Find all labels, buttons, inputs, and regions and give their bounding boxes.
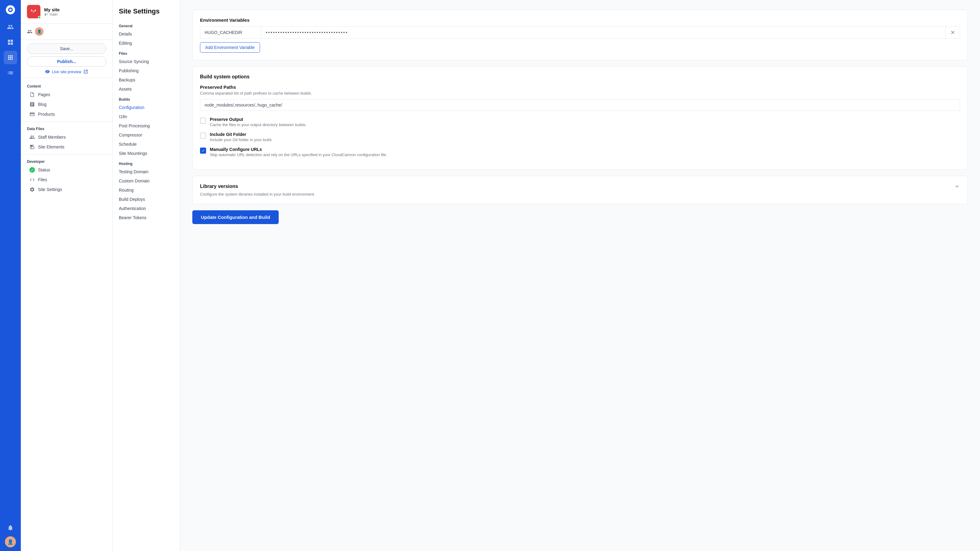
library-versions-header: Library versions xyxy=(200,183,960,189)
preserved-paths-desc: Comma separated list of path prefixes to… xyxy=(200,91,960,95)
env-var-delete-button[interactable] xyxy=(945,27,960,38)
sidebar: My site main 👤 Save... Publish... Live s… xyxy=(21,0,113,551)
nav-icon-grid[interactable] xyxy=(4,51,17,64)
team-member-avatar: 👤 xyxy=(35,27,43,36)
sidebar-item-status[interactable]: Status xyxy=(21,165,112,175)
include-git-checkbox[interactable] xyxy=(200,133,206,139)
settings-nav-backups[interactable]: Backups xyxy=(113,75,180,84)
sidebar-nav: Content Pages Blog Products Data Files S… xyxy=(21,78,112,551)
manual-urls-row: Manually Configure URLs Skip automatic U… xyxy=(200,147,960,157)
settings-section-hosting: Hosting xyxy=(113,158,180,167)
settings-nav-publishing[interactable]: Publishing xyxy=(113,66,180,75)
preserve-output-text: Preserve Output Cache the files in your … xyxy=(210,117,307,127)
icon-bar: 👤 xyxy=(0,0,21,551)
sidebar-item-products[interactable]: Products xyxy=(21,109,112,119)
live-preview-link[interactable]: Live site preview xyxy=(27,69,106,74)
sidebar-item-site-settings[interactable]: Site Settings xyxy=(21,184,112,194)
settings-nav-bearer-tokens[interactable]: Bearer Tokens xyxy=(113,213,180,222)
settings-nav-compressor[interactable]: Compressor xyxy=(113,130,180,140)
build-system-options-card: Build system options Preserved Paths Com… xyxy=(192,67,968,170)
library-versions-title: Library versions xyxy=(200,184,238,189)
env-vars-card: Environment Variables HUGO_CACHEDIR ••••… xyxy=(192,10,968,60)
nav-section-data: Data Files xyxy=(21,124,112,132)
nav-section-developer: Developer xyxy=(21,157,112,165)
build-system-title: Build system options xyxy=(200,74,960,79)
add-env-var-button[interactable]: Add Environment Variable xyxy=(200,42,260,52)
settings-nav-routing[interactable]: Routing xyxy=(113,186,180,195)
main-content: Environment Variables HUGO_CACHEDIR ••••… xyxy=(180,0,980,551)
preserved-paths-input[interactable] xyxy=(200,99,960,111)
settings-title: Site Settings xyxy=(113,7,180,20)
settings-section-general: General xyxy=(113,20,180,29)
sidebar-item-blog[interactable]: Blog xyxy=(21,100,112,109)
preserved-paths-label: Preserved Paths xyxy=(200,84,960,90)
env-vars-label: Environment Variables xyxy=(200,17,960,23)
preserve-output-row: Preserve Output Cache the files in your … xyxy=(200,117,960,127)
env-var-value: •••••••••••••••••••••••••••••••••• xyxy=(261,27,945,38)
settings-nav-assets[interactable]: Assets xyxy=(113,84,180,94)
user-avatar[interactable]: 👤 xyxy=(5,536,16,547)
manual-urls-text: Manually Configure URLs Skip automatic U… xyxy=(210,147,387,157)
settings-section-files: Files xyxy=(113,48,180,57)
app-logo[interactable] xyxy=(4,4,16,16)
site-status-dot xyxy=(38,16,41,19)
save-button[interactable]: Save... xyxy=(27,43,106,54)
nav-icon-reports[interactable] xyxy=(4,66,17,79)
include-git-label: Include Git Folder xyxy=(210,132,272,137)
settings-nav-testing-domain[interactable]: Testing Domain xyxy=(113,167,180,176)
settings-nav-schedule[interactable]: Schedule xyxy=(113,140,180,149)
manual-urls-label: Manually Configure URLs xyxy=(210,147,387,152)
sidebar-item-pages[interactable]: Pages xyxy=(21,90,112,100)
nav-icon-notifications[interactable] xyxy=(4,521,17,535)
nav-icon-team[interactable] xyxy=(4,20,17,34)
site-name: My site xyxy=(44,7,60,12)
sidebar-item-files[interactable]: Files xyxy=(21,175,112,184)
settings-nav-build-deploys[interactable]: Build Deploys xyxy=(113,195,180,204)
env-var-key: HUGO_CACHEDIR xyxy=(200,27,261,38)
include-git-row: Include Git Folder Include your Git fold… xyxy=(200,132,960,142)
library-versions-desc: Configure the system libraries installed… xyxy=(200,192,960,197)
settings-nav-i18n[interactable]: I18n xyxy=(113,112,180,121)
settings-nav-custom-domain[interactable]: Custom Domain xyxy=(113,176,180,186)
status-green-dot xyxy=(29,167,35,173)
settings-nav-editing[interactable]: Editing xyxy=(113,38,180,48)
preserve-output-checkbox[interactable] xyxy=(200,118,206,124)
publish-button[interactable]: Publish... xyxy=(27,56,106,67)
sidebar-actions: Save... Publish... Live site preview xyxy=(21,40,112,78)
settings-nav-configuration[interactable]: Configuration xyxy=(113,103,180,112)
settings-nav-details[interactable]: Details xyxy=(113,29,180,38)
library-versions-chevron[interactable] xyxy=(954,183,960,189)
preserve-output-label: Preserve Output xyxy=(210,117,307,122)
env-var-row: HUGO_CACHEDIR ••••••••••••••••••••••••••… xyxy=(200,26,960,38)
sidebar-item-staff-members[interactable]: Staff Members xyxy=(21,132,112,142)
site-info: My site main xyxy=(44,7,60,16)
settings-section-builds: Builds xyxy=(113,94,180,103)
settings-nav: Site Settings General Details Editing Fi… xyxy=(113,0,180,551)
update-configuration-button[interactable]: Update Configuration and Build xyxy=(192,210,279,224)
site-branch: main xyxy=(44,12,60,16)
include-git-text: Include Git Folder Include your Git fold… xyxy=(210,132,272,142)
settings-nav-authentication[interactable]: Authentication xyxy=(113,204,180,213)
settings-nav-source-syncing[interactable]: Source Syncing xyxy=(113,57,180,66)
library-versions-card: Library versions Configure the system li… xyxy=(192,176,968,204)
manual-urls-checkbox[interactable] xyxy=(200,148,206,154)
svg-point-2 xyxy=(9,9,12,11)
settings-nav-post-processing[interactable]: Post Processing xyxy=(113,121,180,130)
site-icon xyxy=(27,5,40,18)
manual-urls-desc: Skip automatic URL detection and rely on… xyxy=(210,152,387,157)
nav-icon-dashboard[interactable] xyxy=(4,35,17,49)
sidebar-team-row: 👤 xyxy=(21,24,112,40)
sidebar-item-site-elements[interactable]: Site Elements xyxy=(21,142,112,152)
sidebar-site-header: My site main xyxy=(21,0,112,24)
include-git-desc: Include your Git folder in your build. xyxy=(210,137,272,142)
settings-nav-site-mountings[interactable]: Site Mountings xyxy=(113,149,180,158)
preserve-output-desc: Cache the files in your output directory… xyxy=(210,122,307,127)
nav-section-content: Content xyxy=(21,82,112,90)
